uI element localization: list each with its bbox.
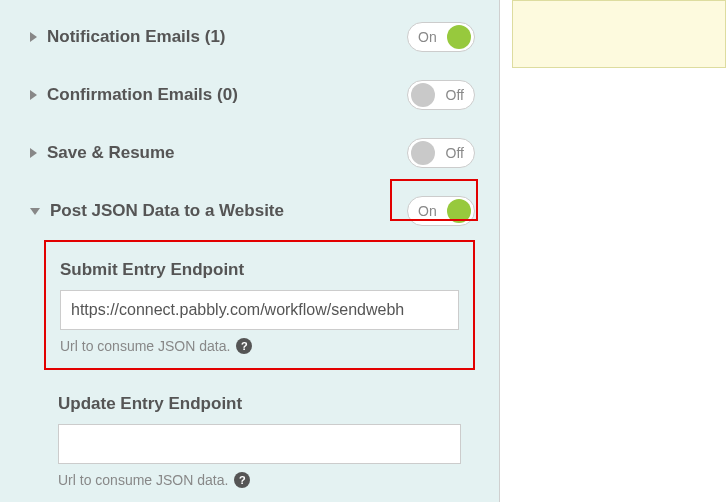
toggle-knob [411, 141, 435, 165]
section-title: Confirmation Emails (0) [47, 85, 238, 105]
toggle-label: Off [446, 87, 464, 103]
toggle-knob [411, 83, 435, 107]
section-title: Post JSON Data to a Website [50, 201, 284, 221]
section-header: Confirmation Emails (0) [30, 85, 238, 105]
section-title: Save & Resume [47, 143, 175, 163]
toggle-save-resume[interactable]: Off [407, 138, 475, 168]
update-endpoint-group: Update Entry Endpoint Url to consume JSO… [44, 376, 475, 502]
section-confirmation-emails[interactable]: Confirmation Emails (0) Off [0, 66, 499, 124]
helper-text: Url to consume JSON data. [60, 338, 230, 354]
section-header: Post JSON Data to a Website [30, 201, 284, 221]
side-note-panel [512, 0, 726, 68]
toggle-label: On [418, 29, 437, 45]
section-header: Save & Resume [30, 143, 175, 163]
submit-endpoint-label: Submit Entry Endpoint [60, 260, 459, 280]
helper-row: Url to consume JSON data. ? [60, 338, 459, 354]
helper-row: Url to consume JSON data. ? [58, 472, 461, 488]
toggle-notification-emails[interactable]: On [407, 22, 475, 52]
chevron-right-icon [30, 90, 37, 100]
submit-endpoint-group: Submit Entry Endpoint Url to consume JSO… [44, 240, 475, 370]
settings-panel: Notification Emails (1) On Confirmation … [0, 0, 500, 502]
update-endpoint-label: Update Entry Endpoint [58, 394, 461, 414]
section-title: Notification Emails (1) [47, 27, 226, 47]
highlight-box-toggle [390, 179, 478, 221]
section-save-resume[interactable]: Save & Resume Off [0, 124, 499, 182]
section-header: Notification Emails (1) [30, 27, 226, 47]
section-notification-emails[interactable]: Notification Emails (1) On [0, 8, 499, 66]
helper-text: Url to consume JSON data. [58, 472, 228, 488]
help-icon[interactable]: ? [234, 472, 250, 488]
chevron-right-icon [30, 148, 37, 158]
post-json-content: Submit Entry Endpoint Url to consume JSO… [0, 240, 499, 502]
chevron-down-icon [30, 208, 40, 215]
toggle-knob [447, 25, 471, 49]
submit-endpoint-input[interactable] [60, 290, 459, 330]
toggle-label: Off [446, 145, 464, 161]
toggle-confirmation-emails[interactable]: Off [407, 80, 475, 110]
update-endpoint-input[interactable] [58, 424, 461, 464]
chevron-right-icon [30, 32, 37, 42]
help-icon[interactable]: ? [236, 338, 252, 354]
